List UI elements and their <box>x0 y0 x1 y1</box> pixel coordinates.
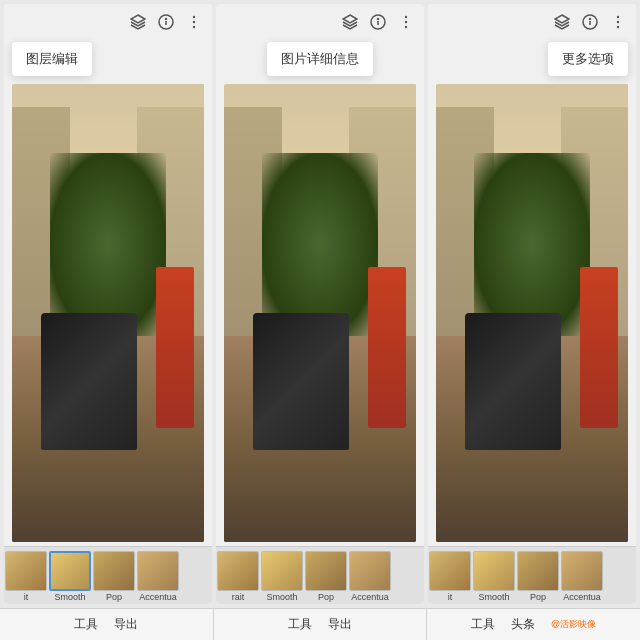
street-photo-3 <box>436 84 628 542</box>
film-item[interactable]: rait <box>217 551 259 601</box>
svg-point-4 <box>193 16 195 18</box>
panel-3-photo <box>436 84 628 542</box>
street-photo-2 <box>224 84 416 542</box>
more-icon-2[interactable] <box>396 12 416 32</box>
svg-point-20 <box>617 26 619 28</box>
svg-point-5 <box>193 21 195 23</box>
panel-2-menu: 图片详细信息 <box>267 42 373 76</box>
svg-marker-7 <box>343 15 357 23</box>
panel-1-header <box>4 4 212 40</box>
export-btn-1[interactable]: 导出 <box>114 616 138 633</box>
layers-icon-2[interactable] <box>340 12 360 32</box>
tools-btn-1[interactable]: 工具 <box>74 616 98 633</box>
svg-point-3 <box>166 19 167 20</box>
layers-icon-3[interactable] <box>552 12 572 32</box>
svg-point-18 <box>617 16 619 18</box>
panel-3-filmstrip: it Smooth Pop Accentua <box>428 546 636 604</box>
film-item-smooth[interactable]: Smooth <box>49 551 91 601</box>
panel-1: 图层编辑 it Smooth Po <box>4 4 212 604</box>
street-photo-1 <box>12 84 204 542</box>
svg-point-13 <box>405 26 407 28</box>
film-item-accentua[interactable]: Accentua <box>137 551 179 601</box>
panel-2-filmstrip: rait Smooth Pop Accentua <box>216 546 424 604</box>
export-btn-2[interactable]: 导出 <box>328 616 352 633</box>
svg-point-19 <box>617 21 619 23</box>
more-icon-1[interactable] <box>184 12 204 32</box>
panel-2-photo <box>224 84 416 542</box>
info-icon-2[interactable] <box>368 12 388 32</box>
film-item-pop-3[interactable]: Pop <box>517 551 559 601</box>
film-item[interactable]: it <box>429 551 471 601</box>
svg-marker-14 <box>555 15 569 23</box>
panel-2-header <box>216 4 424 40</box>
svg-marker-0 <box>131 15 145 23</box>
panel-3-header <box>428 4 636 40</box>
panel-1-photo <box>12 84 204 542</box>
svg-point-11 <box>405 16 407 18</box>
more-icon-3[interactable] <box>608 12 628 32</box>
panel-1-toolbar: 工具 导出 <box>0 609 214 640</box>
film-item-pop-2[interactable]: Pop <box>305 551 347 601</box>
film-item-pop[interactable]: Pop <box>93 551 135 601</box>
bottom-toolbars: 工具 导出 工具 导出 工具 头条 @活影映像 <box>0 608 640 640</box>
svg-point-17 <box>590 19 591 20</box>
info-icon-3[interactable] <box>580 12 600 32</box>
film-item-smooth-2[interactable]: Smooth <box>261 551 303 601</box>
info-icon[interactable] <box>156 12 176 32</box>
tools-btn-2[interactable]: 工具 <box>288 616 312 633</box>
tools-btn-3[interactable]: 工具 <box>471 616 495 633</box>
svg-point-10 <box>378 19 379 20</box>
film-item-smooth-3[interactable]: Smooth <box>473 551 515 601</box>
panel-2: 图片详细信息 rait Smooth <box>216 4 424 604</box>
layers-icon[interactable] <box>128 12 148 32</box>
panel-3: 更多选项 it Smooth Po <box>428 4 636 604</box>
film-item-accentua-3[interactable]: Accentua <box>561 551 603 601</box>
svg-point-12 <box>405 21 407 23</box>
panel-2-toolbar: 工具 导出 <box>214 609 428 640</box>
film-item[interactable]: it <box>5 551 47 601</box>
panel-1-menu: 图层编辑 <box>12 42 92 76</box>
panel-3-menu: 更多选项 <box>548 42 628 76</box>
svg-point-6 <box>193 26 195 28</box>
brand-logo: @活影映像 <box>551 618 596 631</box>
panel-3-toolbar: 工具 头条 @活影映像 <box>427 609 640 640</box>
film-item-accentua-2[interactable]: Accentua <box>349 551 391 601</box>
panel-1-filmstrip: it Smooth Pop Accentua <box>4 546 212 604</box>
brand-btn: 头条 <box>511 616 535 633</box>
main-area: 图层编辑 it Smooth Po <box>0 0 640 608</box>
